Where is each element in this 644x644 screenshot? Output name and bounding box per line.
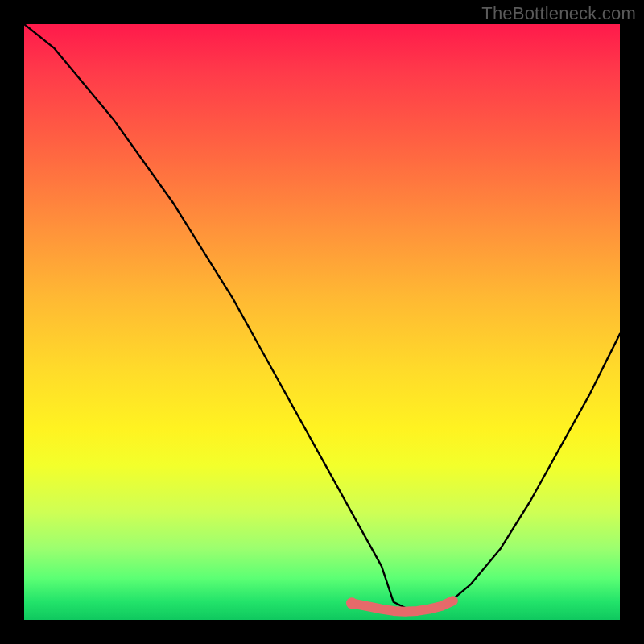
watermark-text: TheBottleneck.com — [481, 3, 636, 24]
plot-area — [24, 24, 620, 620]
chart-frame: TheBottleneck.com — [0, 0, 644, 644]
bottleneck-curve — [24, 24, 620, 611]
optimal-marker-dot — [346, 597, 357, 609]
curve-layer — [24, 24, 620, 620]
